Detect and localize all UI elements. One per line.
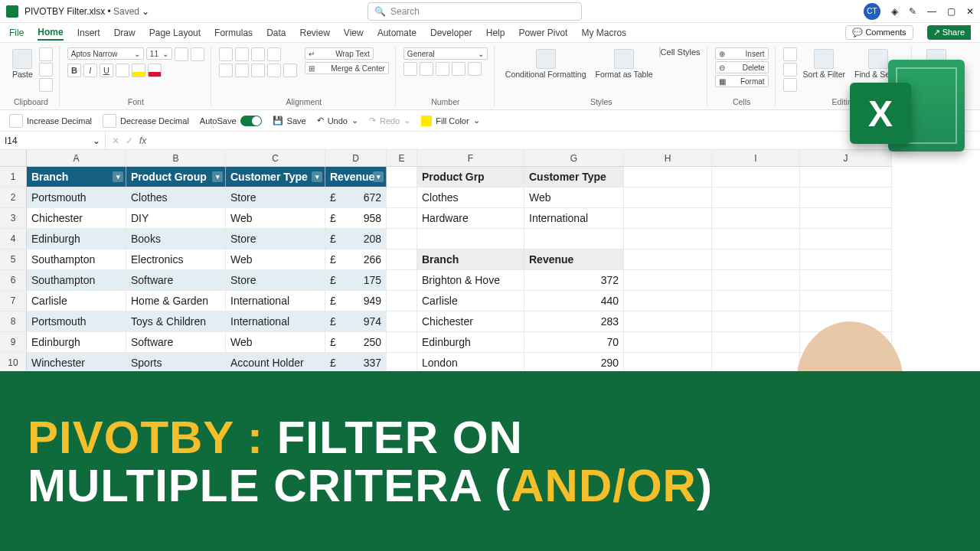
col-header-G[interactable]: G: [524, 150, 624, 167]
cell[interactable]: Clothes: [126, 187, 226, 208]
table-header[interactable]: Branch▾: [27, 167, 126, 187]
cell[interactable]: Store: [226, 270, 325, 291]
cell[interactable]: [712, 167, 800, 187]
cell[interactable]: London: [417, 353, 524, 373]
cell[interactable]: Edinburgh: [27, 229, 126, 249]
cell[interactable]: Customer Type: [524, 167, 624, 187]
cell[interactable]: £175: [325, 270, 387, 291]
cell[interactable]: £250: [325, 332, 387, 353]
undo-qat[interactable]: ↶Undo ⌄: [317, 116, 358, 126]
cell[interactable]: [800, 208, 892, 229]
dec-decimal[interactable]: [468, 62, 482, 76]
cell[interactable]: Product Grp: [417, 167, 524, 187]
cell[interactable]: Edinburgh: [27, 332, 126, 353]
cell[interactable]: Web: [226, 332, 325, 353]
cell[interactable]: Carlisle: [417, 291, 524, 311]
cell[interactable]: [387, 167, 417, 187]
col-header-A[interactable]: A: [27, 150, 126, 167]
cut-button[interactable]: [39, 47, 53, 61]
cell[interactable]: £958: [325, 208, 387, 229]
cell[interactable]: Chichester: [27, 208, 126, 229]
cell[interactable]: Home & Garden: [126, 291, 226, 311]
cell[interactable]: 372: [524, 270, 624, 291]
number-format-select[interactable]: General⌄: [403, 47, 488, 60]
font-size-select[interactable]: 11⌄: [146, 47, 172, 60]
align-bottom[interactable]: [251, 47, 265, 61]
cell[interactable]: [712, 187, 800, 208]
cell[interactable]: 440: [524, 291, 624, 311]
tab-home[interactable]: Home: [38, 25, 63, 41]
tab-insert[interactable]: Insert: [77, 26, 100, 40]
cell[interactable]: Web: [226, 208, 325, 229]
name-box[interactable]: I14⌄: [0, 132, 106, 149]
fill-color-button[interactable]: [132, 64, 145, 77]
cell[interactable]: [624, 311, 712, 332]
decrease-decimal-qat[interactable]: Decrease Decimal: [103, 114, 189, 128]
enter-icon[interactable]: ✓: [126, 135, 133, 146]
cell[interactable]: Southampton: [27, 270, 126, 291]
close-icon[interactable]: ✕: [966, 6, 974, 17]
row-header-6[interactable]: 6: [0, 270, 27, 291]
table-header[interactable]: Revenue▾: [325, 167, 387, 187]
row-header-5[interactable]: 5: [0, 249, 27, 270]
copy-button[interactable]: [39, 63, 53, 77]
cell[interactable]: Carlisle: [27, 291, 126, 311]
align-top[interactable]: [219, 47, 233, 61]
format-cells-button[interactable]: ▦Format: [715, 75, 769, 87]
cell-styles-button[interactable]: Cell Styles: [659, 47, 701, 57]
increase-decimal-qat[interactable]: Increase Decimal: [9, 114, 92, 128]
format-painter-button[interactable]: [39, 78, 53, 92]
row-header-3[interactable]: 3: [0, 208, 27, 229]
cell[interactable]: [800, 187, 892, 208]
align-right[interactable]: [251, 64, 265, 77]
autosave-toggle[interactable]: AutoSave: [200, 116, 262, 126]
pen-icon[interactable]: ✎: [909, 6, 916, 17]
cell[interactable]: £949: [325, 291, 387, 311]
align-left[interactable]: [219, 64, 233, 77]
maximize-icon[interactable]: ▢: [947, 6, 956, 17]
sort-filter-button[interactable]: Sort & Filter: [800, 47, 848, 81]
select-all-corner[interactable]: [0, 150, 27, 167]
conditional-formatting-button[interactable]: Conditional Formatting: [502, 47, 590, 81]
border-button[interactable]: [116, 64, 129, 77]
row-header-1[interactable]: 1: [0, 167, 27, 187]
cell[interactable]: £208: [325, 229, 387, 249]
decrease-font-button[interactable]: [191, 47, 204, 61]
col-header-C[interactable]: C: [226, 150, 325, 167]
underline-button[interactable]: U: [100, 64, 113, 77]
row-header-8[interactable]: 8: [0, 311, 27, 332]
tab-automate[interactable]: Automate: [377, 26, 416, 40]
tab-draw[interactable]: Draw: [114, 26, 136, 40]
cell[interactable]: Winchester: [27, 353, 126, 373]
table-header[interactable]: Customer Type▾: [226, 167, 325, 187]
cell[interactable]: Revenue: [524, 249, 624, 270]
cell[interactable]: Store: [226, 229, 325, 249]
cell[interactable]: £337: [325, 353, 387, 373]
cell[interactable]: [387, 187, 417, 208]
cell[interactable]: £266: [325, 249, 387, 270]
col-header-B[interactable]: B: [126, 150, 226, 167]
font-color-button[interactable]: [148, 64, 162, 77]
cell[interactable]: [712, 208, 800, 229]
cell[interactable]: [624, 291, 712, 311]
col-header-I[interactable]: I: [712, 150, 800, 167]
redo-qat[interactable]: ↷Redo ⌄: [369, 116, 410, 126]
diamond-icon[interactable]: ◈: [891, 6, 898, 17]
cell[interactable]: Books: [126, 229, 226, 249]
cell[interactable]: Software: [126, 332, 226, 353]
accounting-button[interactable]: [403, 62, 417, 76]
cell[interactable]: Web: [524, 187, 624, 208]
cell[interactable]: [387, 249, 417, 270]
cell[interactable]: Clothes: [417, 187, 524, 208]
filter-dropdown-icon[interactable]: ▾: [113, 171, 123, 182]
cell[interactable]: 290: [524, 353, 624, 373]
minimize-icon[interactable]: —: [927, 6, 936, 17]
cell[interactable]: [387, 291, 417, 311]
wrap-text-button[interactable]: ↵Wrap Text: [305, 47, 374, 60]
cell[interactable]: Software: [126, 270, 226, 291]
col-header-F[interactable]: F: [417, 150, 524, 167]
align-middle[interactable]: [235, 47, 249, 61]
indent-dec[interactable]: [267, 64, 281, 77]
cell[interactable]: [800, 270, 892, 291]
cell[interactable]: [624, 167, 712, 187]
